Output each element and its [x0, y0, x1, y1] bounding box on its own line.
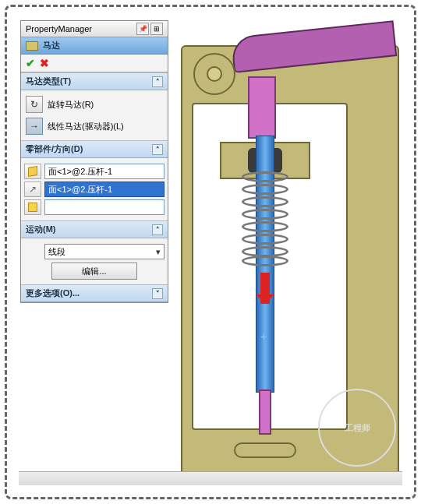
direction-selection-icon[interactable]: ↗	[24, 182, 41, 197]
section-motor-type: 马达类型(T) ˄ ↻ 旋转马达(R) → 线性马达(驱动器)(L)	[21, 72, 168, 140]
pm-title-text: PropertyManager	[26, 24, 92, 33]
confirm-bar: ✔ ✖	[21, 55, 168, 72]
cancel-button[interactable]: ✖	[40, 57, 49, 69]
chevron-up-icon[interactable]: ˄	[152, 144, 163, 155]
face-selection-icon[interactable]	[24, 164, 41, 179]
watermark: 工程师	[318, 389, 396, 467]
feature-name-bar: 马达	[21, 37, 168, 55]
chevron-down-icon[interactable]: ˅	[152, 288, 163, 299]
chevron-up-icon[interactable]: ˄	[152, 76, 163, 87]
section-header-motion[interactable]: 运动(M) ˄	[21, 221, 168, 238]
rotary-motor-icon: ↻	[26, 96, 43, 113]
status-bar	[19, 471, 402, 485]
section-more-options: 更多选项(O)... ˅	[21, 284, 168, 302]
option-linear-motor[interactable]: → 线性马达(驱动器)(L)	[24, 115, 165, 137]
property-manager-panel: PropertyManager 📌 ⊞ 马达 ✔ ✖ 马达类型(T) ˄ ↻ 旋…	[20, 20, 168, 303]
motor-icon	[26, 41, 38, 51]
section-header-component[interactable]: 零部件/方向(D) ˄	[21, 141, 168, 158]
pin-icon[interactable]: 📌	[136, 23, 149, 35]
split-icon[interactable]: ⊞	[150, 23, 163, 35]
relative-component-icon[interactable]	[24, 199, 41, 215]
section-header-more[interactable]: 更多选项(O)... ˅	[21, 285, 168, 302]
feature-name: 马达	[43, 40, 60, 51]
section-header-motor-type[interactable]: 马达类型(T) ˄	[21, 73, 168, 90]
ok-button[interactable]: ✔	[26, 57, 35, 69]
motor-direction-field[interactable]: 面<1>@2.压杆-1	[44, 182, 165, 197]
motor-location-field[interactable]: 面<1>@2.压杆-1	[44, 164, 165, 179]
relative-component-field[interactable]	[44, 199, 165, 215]
compression-spring	[242, 171, 288, 265]
edit-button[interactable]: 编辑...	[51, 263, 137, 280]
option-rotary-motor[interactable]: ↻ 旋转马达(R)	[24, 93, 165, 115]
section-motion: 运动(M) ˄ 线段 编辑...	[21, 220, 168, 284]
chevron-up-icon[interactable]: ˄	[152, 224, 163, 235]
pivot-pin	[207, 66, 222, 82]
pm-title-actions: 📌 ⊞	[136, 23, 163, 35]
motion-type-select[interactable]: 线段	[44, 244, 165, 259]
lower-pin	[259, 389, 271, 435]
anvil-base	[234, 442, 296, 458]
pm-titlebar: PropertyManager 📌 ⊞	[21, 21, 168, 37]
motion-direction-arrow[interactable]	[260, 273, 270, 304]
graphics-viewport[interactable]: + 工程师 PropertyManager 📌 ⊞ 马达 ✔ ✖ 马达类型(T)…	[9, 9, 412, 495]
section-component-direction: 零部件/方向(D) ˄ 面<1>@2.压杆-1 ↗ 面<1>@2.压杆-1	[21, 140, 168, 220]
upper-link-rod	[248, 76, 276, 139]
linear-motor-icon: →	[26, 118, 43, 135]
origin-marker: +	[260, 330, 267, 343]
